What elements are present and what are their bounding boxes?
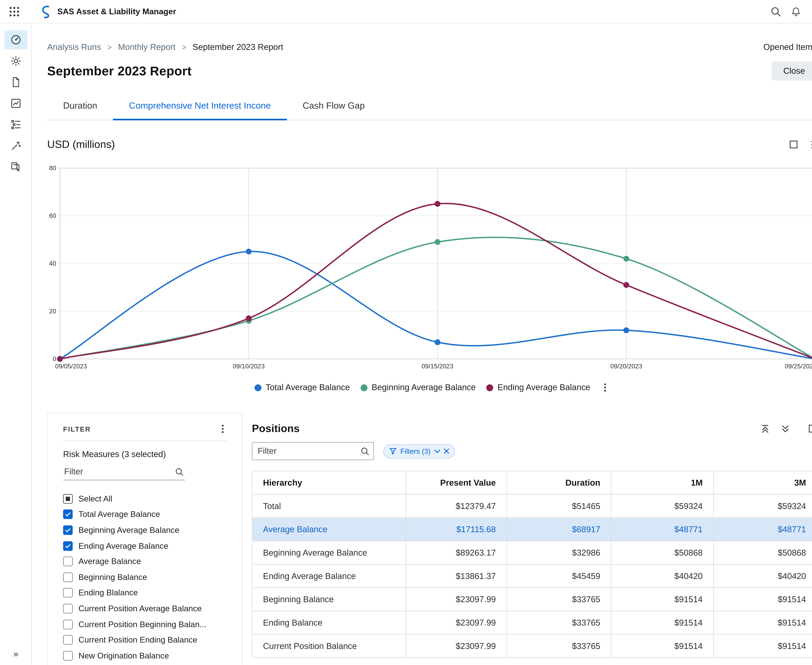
cell-value: $50868	[714, 541, 812, 564]
close-button[interactable]: Close	[771, 62, 812, 81]
expand-sidebar-icon[interactable]: »	[0, 649, 32, 660]
checkbox-indeterminate-icon[interactable]	[63, 494, 73, 504]
expand-all-icon[interactable]	[781, 424, 790, 433]
sidebar: »	[0, 23, 32, 665]
checkbox-unchecked-icon[interactable]	[63, 635, 73, 645]
table-row-average-balance[interactable]: Average Balance$17115.68$68917$48771$487…	[252, 518, 812, 541]
cell-value: $91514	[611, 634, 714, 658]
positions-maximize-icon[interactable]	[809, 425, 812, 433]
checkbox-unchecked-icon[interactable]	[63, 557, 73, 566]
table-row-current-position-balance[interactable]: Current Position Balance$23097.99$33765$…	[252, 634, 812, 658]
risk-measure-label: Beginning Balance	[79, 572, 147, 582]
risk-measures-list: Select AllTotal Average BalanceBeginning…	[63, 491, 227, 663]
checkbox-unchecked-icon[interactable]	[63, 619, 73, 629]
table-row-beginning-average-balance[interactable]: Beginning Average Balance$89263.17$32986…	[252, 541, 812, 564]
table-row-total[interactable]: Total$12379.47$51465$59324$59324	[252, 495, 812, 518]
risk-measure-option-total-average-balance[interactable]: Total Average Balance	[63, 506, 227, 522]
legend-menu-kebab-icon[interactable]	[601, 383, 609, 392]
collapse-all-icon[interactable]	[761, 424, 769, 433]
breadcrumb-item-monthly-report[interactable]: Monthly Report	[118, 41, 176, 53]
checkbox-unchecked-icon[interactable]	[63, 604, 73, 613]
chevron-down-icon[interactable]	[434, 449, 440, 453]
cell-value: $48771	[714, 518, 812, 541]
table-row-ending-balance[interactable]: Ending Balance$23097.99$33765$91514$9151…	[252, 611, 812, 634]
column-header-duration[interactable]: Duration	[507, 471, 611, 495]
checkbox-unchecked-icon[interactable]	[63, 572, 73, 582]
svg-text:60: 60	[49, 212, 56, 219]
legend-item-ending-average-balance[interactable]: Ending Average Balance	[486, 383, 591, 392]
positions-filter-input[interactable]	[252, 442, 374, 460]
cell-value: $91514	[714, 634, 812, 658]
checkbox-unchecked-icon[interactable]	[63, 651, 73, 660]
sidebar-item-copy-data[interactable]	[4, 157, 27, 177]
filters-chip[interactable]: Filters (3)	[384, 444, 455, 458]
legend-dot	[361, 384, 367, 391]
risk-measure-option-current-position-ending-balance[interactable]: Current Position Ending Balance	[63, 632, 227, 648]
risk-measures-filter-input[interactable]	[63, 465, 185, 480]
opened-items-link[interactable]: Opened Items	[763, 41, 812, 53]
notifications-bell-icon[interactable]	[791, 6, 801, 17]
search-icon[interactable]	[771, 6, 781, 17]
table-header-row: HierarchyPresent ValueDuration1M3M	[252, 471, 812, 495]
chart-menu-kebab-icon[interactable]	[808, 139, 812, 149]
clear-filters-x-icon[interactable]	[444, 449, 449, 454]
column-header-hierarchy[interactable]: Hierarchy	[252, 471, 406, 495]
risk-measure-label: Ending Blalance	[79, 588, 138, 598]
divider	[63, 441, 227, 441]
search-icon	[174, 467, 184, 477]
tab-comprehensive-net-interest-incone[interactable]: Comprehensive Net Interest Incone	[113, 93, 287, 120]
breadcrumb-item-analysis-runs[interactable]: Analysis Runs	[47, 41, 101, 53]
checkbox-unchecked-icon[interactable]	[63, 588, 73, 598]
table-row-beginning-balance[interactable]: Beginning Balance$23097.99$33765$91514$9…	[252, 588, 812, 611]
checkbox-checked-icon[interactable]	[63, 541, 73, 550]
legend-item-total-average-balance[interactable]: Total Average Balance	[254, 383, 350, 392]
report-chart-icon	[10, 98, 21, 109]
risk-measure-option-average-balance[interactable]: Average Balance	[63, 554, 227, 569]
risk-measure-label: Current Position Ending Balance	[79, 635, 197, 645]
sidebar-item-document[interactable]	[4, 72, 27, 92]
cell-value: $91514	[611, 611, 714, 634]
positions-title: Positions	[252, 423, 300, 435]
positions-table: HierarchyPresent ValueDuration1M3M Total…	[252, 471, 812, 658]
cell-value: $12379.47	[406, 495, 507, 518]
app-launcher-grid-icon[interactable]	[8, 5, 20, 17]
sidebar-item-settings-gear[interactable]	[4, 51, 27, 70]
analysis-gauge-icon	[10, 34, 21, 46]
risk-measure-option-current-position-average-balance[interactable]: Current Position Average Balance	[63, 601, 227, 616]
cell-hierarchy: Ending Average Balance	[252, 564, 406, 588]
cell-hierarchy: Average Balance	[252, 518, 406, 541]
filter-menu-kebab-icon[interactable]	[218, 424, 227, 434]
svg-text:09/10/2023: 09/10/2023	[233, 363, 264, 370]
chart-maximize-icon[interactable]	[790, 141, 797, 148]
column-header-present-value[interactable]: Present Value	[406, 471, 507, 495]
column-header-1m[interactable]: 1M	[611, 471, 714, 495]
risk-measure-option-ending-blalance[interactable]: Ending Blalance	[63, 585, 227, 601]
risk-measure-option-current-position-beginning-balan[interactable]: Current Position Beginning Balan...	[63, 616, 227, 632]
cell-value: $13861.37	[406, 564, 507, 588]
column-header-3m[interactable]: 3M	[714, 471, 812, 495]
sidebar-items	[0, 30, 31, 177]
sidebar-item-report-chart[interactable]	[4, 94, 27, 113]
risk-measure-option-beginning-average-balance[interactable]: Beginning Average Balance	[63, 522, 227, 538]
risk-measure-option-select-all[interactable]: Select All	[63, 491, 227, 507]
tab-duration[interactable]: Duration	[47, 93, 113, 120]
sidebar-item-scenario-wand[interactable]	[4, 136, 27, 156]
app-root: SAS Asset & Liability Manager » Analysis…	[0, 0, 812, 665]
checkbox-checked-icon[interactable]	[63, 526, 73, 535]
risk-measure-option-ending-average-balance[interactable]: Ending Average Balance	[63, 538, 227, 554]
sidebar-item-analysis-gauge[interactable]	[4, 30, 27, 49]
tabs: DurationComprehensive Net Interest Incon…	[47, 93, 812, 120]
cell-value: $33765	[507, 634, 611, 658]
sidebar-item-hierarchy-list[interactable]	[4, 115, 27, 134]
nii-line-chart[interactable]: 02040608009/05/202309/10/202309/15/20230…	[47, 159, 812, 371]
user-profile-icon[interactable]	[811, 6, 812, 17]
table-row-ending-average-balance[interactable]: Ending Average Balance$13861.37$45459$40…	[252, 564, 812, 588]
cell-value: $33765	[507, 611, 611, 634]
table-body: Total$12379.47$51465$59324$59324Average …	[252, 495, 812, 658]
legend-item-beginning-average-balance[interactable]: Beginning Average Balance	[361, 383, 476, 392]
risk-measure-option-new-origination-balance[interactable]: New Origination Balance	[63, 648, 227, 663]
risk-measure-option-beginning-balance[interactable]: Beginning Balance	[63, 569, 227, 585]
cell-value: $23097.99	[406, 611, 507, 634]
tab-cash-flow-gap[interactable]: Cash Flow Gap	[287, 93, 381, 120]
checkbox-checked-icon[interactable]	[63, 509, 73, 519]
